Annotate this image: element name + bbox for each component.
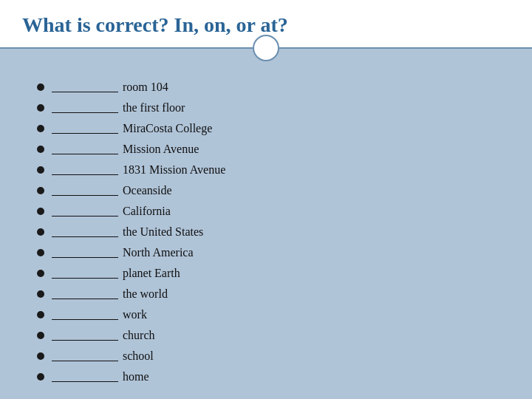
bullet-icon xyxy=(37,228,44,236)
bullet-icon xyxy=(37,373,44,381)
page-title: What is correct? In, on, or at? xyxy=(22,13,288,36)
list-item: the United States xyxy=(37,223,510,241)
item-text: the first floor xyxy=(123,99,185,117)
item-text: planet Earth xyxy=(123,265,180,282)
item-text: California xyxy=(123,202,171,220)
blank-line xyxy=(52,310,118,320)
list-item: school xyxy=(37,347,510,365)
list-item: Mission Avenue xyxy=(37,140,510,158)
header-bar: What is correct? In, on, or at? xyxy=(0,0,532,49)
bullet-icon xyxy=(37,83,44,91)
list-item: home xyxy=(37,368,510,386)
bullet-icon xyxy=(37,311,44,318)
blank-line xyxy=(52,103,118,113)
list-item: the first floor xyxy=(37,99,510,117)
item-text: MiraCosta College xyxy=(123,120,212,137)
item-text: North America xyxy=(123,244,194,262)
item-text: school xyxy=(123,347,154,365)
item-text: room 104 xyxy=(123,78,168,96)
blank-line xyxy=(52,185,118,196)
bullet-icon xyxy=(37,104,44,112)
blank-line xyxy=(52,227,118,237)
blank-line xyxy=(52,372,118,382)
bullet-icon xyxy=(37,125,44,132)
bullet-icon xyxy=(37,290,44,298)
blank-line xyxy=(52,248,118,258)
list-item: planet Earth xyxy=(37,265,510,282)
blank-line xyxy=(52,82,118,92)
list-item: Oceanside xyxy=(37,182,510,200)
list-item: work xyxy=(37,306,510,324)
list-item: North America xyxy=(37,244,510,262)
list-item: MiraCosta College xyxy=(37,120,510,137)
list-item: church xyxy=(37,327,510,344)
item-text: 1831 Mission Avenue xyxy=(123,161,225,179)
blank-line xyxy=(52,165,118,175)
blank-line xyxy=(52,123,118,134)
list: room 104the first floorMiraCosta College… xyxy=(37,78,510,386)
blank-line xyxy=(52,268,118,279)
content-area: room 104the first floorMiraCosta College… xyxy=(0,56,532,399)
list-item: the world xyxy=(37,285,510,303)
item-text: home xyxy=(123,368,149,386)
bullet-icon xyxy=(37,208,44,215)
blank-line xyxy=(52,330,118,341)
item-text: work xyxy=(123,306,147,324)
item-text: Mission Avenue xyxy=(123,140,199,158)
blank-line xyxy=(52,144,118,154)
bullet-icon xyxy=(37,166,44,174)
list-item: room 104 xyxy=(37,78,510,96)
slide-container: What is correct? In, on, or at? room 104… xyxy=(0,0,532,399)
bullet-icon xyxy=(37,332,44,339)
item-text: the United States xyxy=(123,223,203,241)
bullet-icon xyxy=(37,249,44,256)
item-text: church xyxy=(123,327,155,344)
blank-line xyxy=(52,351,118,361)
blank-line xyxy=(52,289,118,299)
blank-line xyxy=(52,206,118,216)
list-item: 1831 Mission Avenue xyxy=(37,161,510,179)
list-item: California xyxy=(37,202,510,220)
bullet-icon xyxy=(37,352,44,360)
bullet-icon xyxy=(37,270,44,277)
item-text: Oceanside xyxy=(123,182,172,200)
bullet-icon xyxy=(37,146,44,153)
circle-decoration xyxy=(253,35,279,61)
bullet-icon xyxy=(37,187,44,194)
item-text: the world xyxy=(123,285,168,303)
